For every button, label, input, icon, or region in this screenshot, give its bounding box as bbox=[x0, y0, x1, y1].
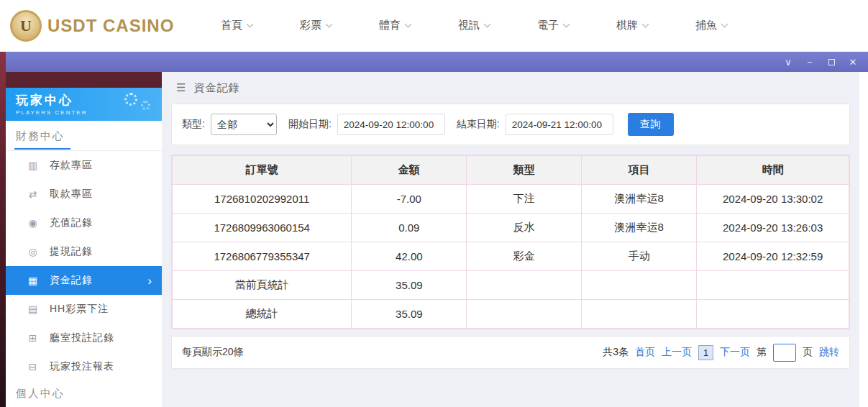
lottery-bet-icon: ▤ bbox=[27, 303, 39, 315]
table-cell: 當前頁統計 bbox=[173, 271, 352, 300]
table-cell: 彩金 bbox=[467, 242, 582, 271]
chevron-down-icon bbox=[405, 21, 412, 28]
sidebar-title: 玩家中心 bbox=[16, 92, 162, 109]
withdraw-record-icon: ◎ bbox=[27, 246, 39, 257]
table-cell: 澳洲幸运8 bbox=[582, 185, 697, 214]
nav-label: 捕魚 bbox=[695, 19, 717, 32]
sidebar-item-label: 取款專區 bbox=[50, 188, 93, 201]
column-header-item: 項目 bbox=[582, 156, 697, 185]
nav-item-home[interactable]: 首頁 bbox=[197, 19, 276, 32]
sidebar-header: 玩家中心 PLAYERS CENTER bbox=[6, 88, 162, 121]
poker-chip-icon bbox=[124, 93, 137, 106]
funds-table: 訂單號 金額 類型 項目 時間 1726810202992011 -7.00 下… bbox=[171, 155, 850, 329]
minimize-icon: − bbox=[807, 57, 813, 68]
nav-label: 視訊 bbox=[458, 19, 480, 32]
table-row: 1726809963060154 0.09 反水 澳洲幸运8 2024-09-2… bbox=[173, 214, 849, 242]
page-title: 資金記錄 bbox=[193, 81, 239, 95]
first-page-link[interactable]: 首页 bbox=[635, 346, 655, 359]
sidebar-item-label: 玩家投注報表 bbox=[50, 360, 114, 373]
nav-item-slots[interactable]: 電子 bbox=[513, 19, 593, 32]
current-page[interactable]: 1 bbox=[698, 345, 713, 360]
table-cell: 澳洲幸运8 bbox=[582, 214, 697, 242]
nav-item-chess[interactable]: 棋牌 bbox=[593, 19, 672, 32]
sidebar-item-label: 廳室投註記錄 bbox=[50, 331, 114, 344]
sidebar-item-label: 資金記錄 bbox=[50, 274, 93, 287]
table-cell: 總統計 bbox=[173, 300, 352, 329]
chevron-down-icon bbox=[642, 21, 649, 28]
close-icon: ✕ bbox=[849, 57, 857, 68]
table-cell: 2024-09-20 13:30:02 bbox=[697, 185, 849, 214]
recharge-record-icon: ◉ bbox=[27, 217, 39, 229]
total-count: 共3条 bbox=[603, 346, 629, 359]
minimize-button[interactable]: − bbox=[799, 52, 821, 72]
table-row: 1726810202992011 -7.00 下注 澳洲幸运8 2024-09-… bbox=[173, 185, 849, 214]
table-cell: 1726810202992011 bbox=[173, 185, 352, 214]
type-filter-label: 類型: bbox=[182, 118, 205, 131]
sidebar-item-hh-lottery-bet[interactable]: ▤ HH彩票下注 bbox=[6, 295, 162, 324]
logo-text: USDT CASINO bbox=[47, 16, 174, 36]
table-cell: 1726809963060154 bbox=[173, 214, 352, 242]
top-navbar: U USDT CASINO 首頁 彩票 體育 視訊 電子 棋牌 bbox=[0, 0, 868, 52]
maximize-button[interactable] bbox=[821, 52, 842, 72]
table-cell bbox=[467, 271, 582, 300]
table-cell: 手动 bbox=[582, 242, 697, 271]
content-header: ☰ 資金記錄 bbox=[171, 72, 850, 104]
sidebar-item-label: 充值記錄 bbox=[50, 216, 93, 229]
nav-item-fishing[interactable]: 捕魚 bbox=[672, 19, 751, 32]
hall-bet-record-icon: ⊞ bbox=[27, 332, 39, 344]
hamburger-menu-icon[interactable]: ☰ bbox=[176, 81, 186, 94]
table-row-total-summary: 總統計 35.09 bbox=[173, 300, 849, 329]
table-cell: 42.00 bbox=[352, 242, 467, 271]
sidebar-item-label: 存款專區 bbox=[50, 159, 93, 172]
chevron-down-icon bbox=[326, 21, 333, 28]
funds-record-icon: ▦ bbox=[27, 275, 39, 286]
maximize-icon bbox=[828, 59, 835, 65]
background-image-strip bbox=[0, 52, 6, 407]
collapse-button[interactable]: ∨ bbox=[777, 52, 799, 72]
site-logo[interactable]: U USDT CASINO bbox=[10, 10, 183, 42]
jump-page-input[interactable] bbox=[773, 344, 796, 362]
section-label: 個人中心 bbox=[16, 387, 65, 399]
end-date-input[interactable] bbox=[506, 114, 613, 135]
table-cell bbox=[582, 300, 697, 329]
column-header-time: 時間 bbox=[697, 156, 849, 185]
close-button[interactable]: ✕ bbox=[842, 52, 864, 72]
sidebar: 玩家中心 PLAYERS CENTER 財務中心 ▥ 存款專區 ⇄ 取款專區 ◉… bbox=[6, 72, 162, 407]
query-button[interactable]: 查詢 bbox=[628, 113, 674, 136]
sidebar-item-recharge-record[interactable]: ◉ 充值記錄 bbox=[6, 209, 162, 237]
column-header-order-no: 訂單號 bbox=[173, 156, 352, 185]
sidebar-subtitle: PLAYERS CENTER bbox=[16, 109, 162, 116]
sidebar-item-hall-bet-record[interactable]: ⊞ 廳室投註記錄 bbox=[6, 324, 162, 352]
sidebar-item-withdraw[interactable]: ⇄ 取款專區 bbox=[6, 180, 162, 209]
type-select[interactable]: 全部 bbox=[211, 114, 277, 135]
prev-page-link[interactable]: 上一页 bbox=[662, 346, 692, 359]
window-titlebar: ∨ − ✕ bbox=[6, 52, 868, 72]
sidebar-item-deposit[interactable]: ▥ 存款專區 bbox=[6, 151, 162, 180]
sidebar-item-funds-record[interactable]: ▦ 資金記錄 › bbox=[6, 266, 162, 295]
nav-item-sports[interactable]: 體育 bbox=[355, 19, 434, 32]
table-cell: 2024-09-20 13:26:03 bbox=[697, 214, 849, 242]
chevron-down-icon: ∨ bbox=[785, 57, 792, 68]
chevron-down-icon bbox=[484, 21, 491, 28]
main-nav: 首頁 彩票 體育 視訊 電子 棋牌 捕魚 bbox=[197, 19, 751, 32]
table-row: 1726806779355347 42.00 彩金 手动 2024-09-20 … bbox=[173, 242, 849, 271]
filter-bar: 類型: 全部 開始日期: 結束日期: 查詢 bbox=[171, 104, 850, 145]
next-page-link[interactable]: 下一页 bbox=[720, 346, 750, 359]
table-cell: 2024-09-20 12:32:59 bbox=[697, 242, 849, 271]
jump-button[interactable]: 跳转 bbox=[819, 346, 839, 359]
right-scroll-strip[interactable] bbox=[859, 72, 868, 407]
start-date-label: 開始日期: bbox=[288, 118, 332, 131]
main-content: ☰ 資金記錄 類型: 全部 開始日期: 結束日期: 查詢 訂單號 bbox=[162, 72, 859, 407]
sidebar-item-withdraw-record[interactable]: ◎ 提現記錄 bbox=[6, 237, 162, 266]
nav-label: 電子 bbox=[537, 19, 559, 32]
nav-label: 彩票 bbox=[300, 19, 321, 32]
nav-item-live-video[interactable]: 視訊 bbox=[434, 19, 513, 32]
sidebar-item-label: HH彩票下注 bbox=[50, 303, 109, 316]
bet-report-icon: ⊟ bbox=[27, 361, 39, 372]
table-cell bbox=[582, 271, 697, 300]
nav-item-lottery[interactable]: 彩票 bbox=[276, 19, 355, 32]
logo-icon: U bbox=[10, 10, 42, 42]
start-date-input[interactable] bbox=[337, 114, 445, 135]
table-cell bbox=[697, 271, 849, 300]
sidebar-item-player-bet-report[interactable]: ⊟ 玩家投注報表 bbox=[6, 352, 162, 381]
